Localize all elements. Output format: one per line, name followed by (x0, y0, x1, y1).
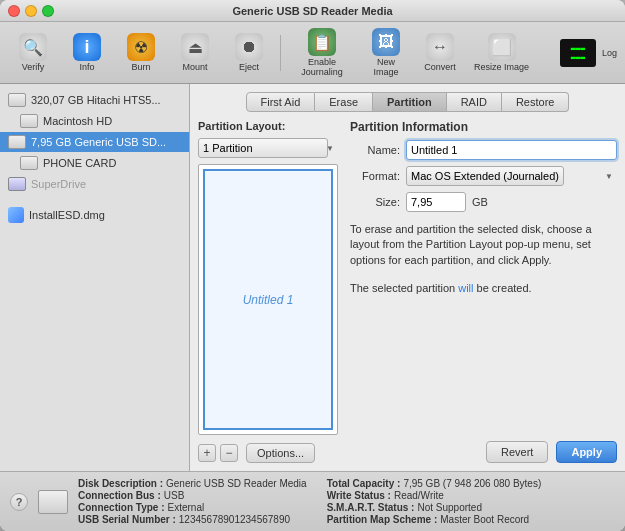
verify-button[interactable]: 🔍 Verify (8, 31, 58, 74)
apply-button[interactable]: Apply (556, 441, 617, 463)
partition-block-label: Untitled 1 (243, 293, 294, 307)
minimize-button[interactable] (25, 5, 37, 17)
footer-write-row: Write Status : Read/Write (327, 490, 542, 501)
tab-first-aid[interactable]: First Aid (246, 92, 316, 112)
partition-controls: + − Options... (198, 443, 338, 463)
footer-col-right: Total Capacity : 7,95 GB (7 948 206 080 … (327, 478, 542, 525)
write-status-key: Write Status : (327, 490, 391, 501)
tab-bar: First Aid Erase Partition RAID Restore (198, 92, 617, 112)
footer-info: Disk Description : Generic USB SD Reader… (78, 478, 615, 525)
size-label: Size: (350, 196, 400, 208)
convert-icon: ↔ (426, 33, 454, 61)
traffic-lights (8, 5, 54, 17)
sidebar: 320,07 GB Hitachi HTS5... Macintosh HD 7… (0, 84, 190, 471)
name-input[interactable] (406, 140, 617, 160)
sidebar-item-usb[interactable]: 7,95 GB Generic USB SD... (0, 132, 189, 152)
write-status-val: Read/Write (394, 490, 444, 501)
disk-icon-phone (20, 156, 38, 170)
footer-type-row: Connection Type : External (78, 502, 307, 513)
convert-button[interactable]: ↔ Convert (415, 31, 465, 74)
remove-partition-button[interactable]: − (220, 444, 238, 462)
maximize-button[interactable] (42, 5, 54, 17)
partition-body: Partition Layout: 1 Partition ▼ Untitled… (198, 120, 617, 463)
size-unit: GB (472, 196, 488, 208)
footer-smart-row: S.M.A.R.T. Status : Not Supported (327, 502, 542, 513)
sidebar-item-installesd[interactable]: InstallESD.dmg (0, 204, 189, 226)
sidebar-item-superdrive[interactable]: SuperDrive (0, 174, 189, 194)
resize-image-button[interactable]: ⬜ Resize Image (469, 31, 534, 74)
total-capacity-val: 7,95 GB (7 948 206 080 Bytes) (403, 478, 541, 489)
eject-button[interactable]: ⏺ Eject (224, 31, 274, 74)
help-button[interactable]: ? (10, 493, 28, 511)
info-button[interactable]: i Info (62, 31, 112, 74)
revert-button[interactable]: Revert (486, 441, 548, 463)
sidebar-label-hitachi: 320,07 GB Hitachi HTS5... (31, 94, 161, 106)
disk-description-key: Disk Description : (78, 478, 163, 489)
partition-right: Partition Information Name: Format: Mac … (350, 120, 617, 463)
options-button[interactable]: Options... (246, 443, 315, 463)
burn-icon: ☢ (127, 33, 155, 61)
footer-serial-row: USB Serial Number : 12345678901234567890 (78, 514, 307, 525)
layout-select[interactable]: 1 Partition (198, 138, 328, 158)
connection-type-val: External (167, 502, 204, 513)
name-row: Name: (350, 140, 617, 160)
partition-status: The selected partition will be created. (350, 282, 617, 294)
sidebar-item-hitachi[interactable]: 320,07 GB Hitachi HTS5... (0, 90, 189, 110)
tab-raid[interactable]: RAID (447, 92, 502, 112)
main-window: Generic USB SD Reader Media 🔍 Verify i I… (0, 0, 625, 531)
smart-key: S.M.A.R.T. Status : (327, 502, 415, 513)
disk-icon (8, 93, 26, 107)
sidebar-label-usb: 7,95 GB Generic USB SD... (31, 136, 166, 148)
new-image-icon: 🖼 (372, 28, 400, 56)
footer-capacity-row: Total Capacity : 7,95 GB (7 948 206 080 … (327, 478, 542, 489)
resize-icon: ⬜ (488, 33, 516, 61)
toolbar-separator (280, 35, 281, 71)
footer-disk-desc-row: Disk Description : Generic USB SD Reader… (78, 478, 307, 489)
sidebar-spacer (0, 195, 189, 203)
log-text: ▬▬▬▬▬▬ (571, 44, 585, 62)
usb-serial-key: USB Serial Number : (78, 514, 176, 525)
drive-icon-super (8, 177, 26, 191)
tab-partition[interactable]: Partition (373, 92, 447, 112)
sidebar-subitem-phonecard[interactable]: PHONE CARD (0, 153, 189, 173)
footer-disk-icon (38, 490, 68, 514)
tab-restore[interactable]: Restore (502, 92, 570, 112)
enable-journaling-button[interactable]: 📋 Enable Journaling (287, 26, 357, 79)
sidebar-label-superdrive: SuperDrive (31, 178, 86, 190)
partition-block[interactable]: Untitled 1 (203, 169, 333, 430)
partition-info-title: Partition Information (350, 120, 617, 134)
log-display: ▬▬▬▬▬▬ (560, 39, 596, 67)
verify-icon: 🔍 (19, 33, 47, 61)
log-label: Log (602, 48, 617, 58)
window-title: Generic USB SD Reader Media (232, 5, 392, 17)
format-chevron-icon: ▼ (605, 172, 613, 181)
partition-description: To erase and partition the selected disk… (350, 222, 617, 268)
footer-partition-map-row: Partition Map Scheme : Master Boot Recor… (327, 514, 542, 525)
sidebar-subitem-macintosh[interactable]: Macintosh HD (0, 111, 189, 131)
partition-left: Partition Layout: 1 Partition ▼ Untitled… (198, 120, 338, 463)
layout-label: Partition Layout: (198, 120, 338, 132)
new-image-button[interactable]: 🖼 New Image (361, 26, 411, 79)
connection-bus-val: USB (164, 490, 185, 501)
content-area: First Aid Erase Partition RAID Restore P… (190, 84, 625, 471)
size-row: Size: GB (350, 192, 617, 212)
eject-icon: ⏺ (235, 33, 263, 61)
toolbar: 🔍 Verify i Info ☢ Burn ⏏ Mount ⏺ Eject 📋… (0, 22, 625, 84)
disk-icon-usb (8, 135, 26, 149)
sidebar-label-installesd: InstallESD.dmg (29, 209, 105, 221)
connection-type-key: Connection Type : (78, 502, 164, 513)
add-partition-button[interactable]: + (198, 444, 216, 462)
journal-icon: 📋 (308, 28, 336, 56)
info-icon: i (73, 33, 101, 61)
layout-select-wrapper: 1 Partition ▼ (198, 138, 338, 158)
burn-button[interactable]: ☢ Burn (116, 31, 166, 74)
tab-erase[interactable]: Erase (315, 92, 373, 112)
mount-button[interactable]: ⏏ Mount (170, 31, 220, 74)
footer-bus-row: Connection Bus : USB (78, 490, 307, 501)
size-input[interactable] (406, 192, 466, 212)
close-button[interactable] (8, 5, 20, 17)
action-buttons: Revert Apply (350, 437, 617, 463)
format-select[interactable]: Mac OS Extended (Journaled) (406, 166, 564, 186)
format-row: Format: Mac OS Extended (Journaled) ▼ (350, 166, 617, 186)
partition-canvas: Untitled 1 (198, 164, 338, 435)
